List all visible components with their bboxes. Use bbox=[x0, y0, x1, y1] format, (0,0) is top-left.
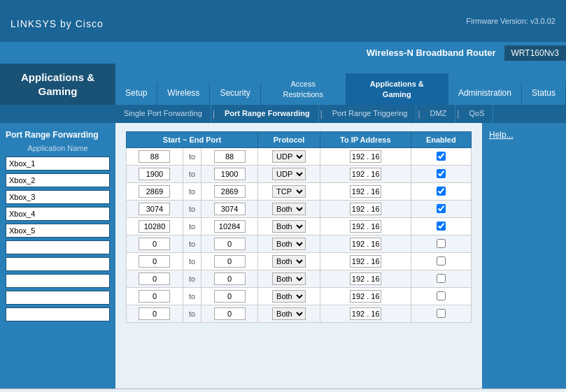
end-port-input[interactable] bbox=[214, 290, 246, 303]
sub-tab-qos[interactable]: QoS bbox=[460, 105, 493, 123]
sub-tab-port-range-trig[interactable]: Port Range Triggering bbox=[324, 105, 417, 123]
start-port-input[interactable] bbox=[139, 185, 170, 198]
enabled-checkbox[interactable] bbox=[437, 169, 446, 178]
tab-status[interactable]: Status bbox=[522, 82, 566, 105]
app-name-input-3[interactable] bbox=[6, 207, 110, 221]
ip-cell bbox=[320, 235, 411, 253]
end-port-input[interactable] bbox=[214, 273, 246, 285]
start-port-input[interactable] bbox=[139, 168, 170, 180]
tab-applications-gaming[interactable]: Applications & Gaming bbox=[346, 73, 448, 105]
ip-cell bbox=[320, 288, 411, 305]
ip-input[interactable] bbox=[350, 307, 381, 320]
app-name-input-4[interactable] bbox=[6, 224, 110, 238]
enabled-checkbox[interactable] bbox=[437, 152, 446, 161]
protocol-select[interactable]: TCPUDPBoth bbox=[272, 273, 306, 285]
end-port-input[interactable] bbox=[214, 168, 246, 180]
protocol-cell: TCPUDPBoth bbox=[258, 148, 320, 166]
to-label: to bbox=[187, 205, 197, 213]
protocol-select[interactable]: TCPUDPBoth bbox=[272, 290, 306, 303]
start-port-input[interactable] bbox=[139, 203, 170, 215]
enabled-checkbox[interactable] bbox=[437, 274, 446, 283]
protocol-select[interactable]: TCPUDPBoth bbox=[272, 150, 306, 163]
sub-nav: Single Port Forwarding | Port Range Forw… bbox=[0, 105, 566, 123]
enabled-checkbox[interactable] bbox=[437, 204, 446, 213]
enabled-cell bbox=[411, 201, 471, 218]
enabled-cell bbox=[411, 183, 471, 201]
to-label: to bbox=[187, 240, 197, 248]
end-port-input[interactable] bbox=[214, 150, 246, 163]
to-label: to bbox=[187, 292, 197, 300]
app-name-input-5[interactable] bbox=[6, 240, 110, 254]
end-port-input[interactable] bbox=[214, 185, 246, 198]
enabled-checkbox[interactable] bbox=[437, 187, 446, 196]
enabled-checkbox[interactable] bbox=[437, 291, 446, 300]
tab-security[interactable]: Security bbox=[210, 82, 260, 105]
tab-wireless[interactable]: Wireless bbox=[157, 82, 210, 105]
sub-tab-dmz[interactable]: DMZ bbox=[422, 105, 456, 123]
logo-suffix: by Cisco bbox=[57, 18, 104, 29]
enabled-checkbox[interactable] bbox=[437, 239, 446, 248]
forwarding-table: Start ~ End Port Protocol To IP Address … bbox=[126, 131, 472, 323]
start-port-cell bbox=[127, 235, 183, 253]
protocol-select[interactable]: TCPUDPBoth bbox=[272, 185, 306, 198]
app-name-input-9[interactable] bbox=[6, 307, 110, 321]
start-port-input[interactable] bbox=[139, 273, 170, 285]
start-port-input[interactable] bbox=[139, 150, 170, 163]
end-port-cell bbox=[201, 183, 258, 201]
to-label-cell: to bbox=[183, 253, 201, 270]
end-port-input[interactable] bbox=[214, 238, 246, 250]
protocol-select[interactable]: TCPUDPBoth bbox=[272, 168, 306, 180]
enabled-checkbox[interactable] bbox=[437, 309, 446, 318]
app-name-input-7[interactable] bbox=[6, 274, 110, 288]
start-port-input[interactable] bbox=[139, 220, 170, 233]
app-name-input-0[interactable] bbox=[6, 157, 110, 170]
ip-cell bbox=[320, 183, 411, 201]
protocol-select[interactable]: TCPUDPBoth bbox=[272, 220, 306, 233]
help-link[interactable]: Help... bbox=[489, 130, 514, 140]
end-port-input[interactable] bbox=[214, 203, 246, 215]
start-port-input[interactable] bbox=[139, 307, 170, 320]
col-protocol: Protocol bbox=[258, 132, 320, 148]
end-port-input[interactable] bbox=[214, 307, 246, 320]
protocol-select[interactable]: TCPUDPBoth bbox=[272, 238, 306, 250]
to-label: to bbox=[187, 170, 197, 178]
sub-tab-single-port[interactable]: Single Port Forwarding bbox=[115, 105, 211, 123]
start-port-input[interactable] bbox=[139, 255, 170, 268]
ip-input[interactable] bbox=[350, 255, 381, 268]
start-port-input[interactable] bbox=[139, 290, 170, 303]
col-enabled: Enabled bbox=[411, 132, 471, 148]
enabled-cell bbox=[411, 166, 471, 183]
ip-input[interactable] bbox=[350, 203, 381, 215]
main-content: Start ~ End Port Protocol To IP Address … bbox=[115, 123, 482, 389]
ip-input[interactable] bbox=[350, 185, 381, 198]
end-port-input[interactable] bbox=[214, 220, 246, 233]
tab-setup[interactable]: Setup bbox=[115, 82, 157, 105]
app-name-input-8[interactable] bbox=[6, 291, 110, 305]
protocol-select[interactable]: TCPUDPBoth bbox=[272, 203, 306, 215]
sub-tab-port-range-fwd[interactable]: Port Range Forwarding bbox=[216, 105, 319, 123]
to-label: to bbox=[187, 152, 197, 161]
app-name-input-6[interactable] bbox=[6, 257, 110, 271]
ip-input[interactable] bbox=[350, 290, 381, 303]
enabled-cell bbox=[411, 288, 471, 305]
ip-input[interactable] bbox=[350, 168, 381, 180]
app-name-input-1[interactable] bbox=[6, 173, 110, 187]
content-area: Port Range Forwarding Application Name S… bbox=[0, 123, 566, 389]
protocol-select[interactable]: TCPUDPBoth bbox=[272, 307, 306, 320]
ip-input[interactable] bbox=[350, 220, 381, 233]
enabled-checkbox[interactable] bbox=[437, 222, 446, 231]
tab-administration[interactable]: Administration bbox=[448, 82, 522, 105]
protocol-select[interactable]: TCPUDPBoth bbox=[272, 255, 306, 268]
ip-cell bbox=[320, 305, 411, 323]
start-port-input[interactable] bbox=[139, 238, 170, 250]
ip-input[interactable] bbox=[350, 238, 381, 250]
enabled-checkbox[interactable] bbox=[437, 256, 446, 266]
router-name: Wireless-N Broadband Router bbox=[358, 45, 504, 61]
app-name-input-2[interactable] bbox=[6, 190, 110, 204]
tab-access-restrictions[interactable]: Access Restrictions bbox=[261, 73, 346, 105]
enabled-cell bbox=[411, 218, 471, 235]
ip-input[interactable] bbox=[350, 150, 381, 163]
end-port-input[interactable] bbox=[214, 255, 246, 268]
end-port-cell bbox=[201, 148, 258, 166]
ip-input[interactable] bbox=[350, 273, 381, 285]
